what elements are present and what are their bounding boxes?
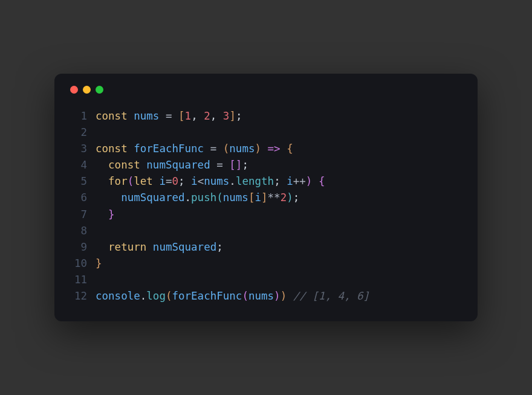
line-content: console.log(forEachFunc(nums)) // [1, 4,… <box>96 288 369 304</box>
code-line: 2 <box>69 124 463 141</box>
line-content: } <box>96 207 115 223</box>
line-number: 4 <box>69 157 87 173</box>
code-line: 8 <box>69 223 463 239</box>
line-content: } <box>96 255 102 272</box>
code-line: 9 return numSquared; <box>69 239 463 255</box>
line-content: return numSquared; <box>96 239 223 255</box>
code-line: 4 const numSquared = []; <box>69 157 463 173</box>
window-controls <box>70 86 463 94</box>
line-content <box>96 272 102 288</box>
line-number: 12 <box>69 288 87 304</box>
line-number: 1 <box>69 108 87 124</box>
line-content: const forEachFunc = (nums) => { <box>96 141 293 157</box>
maximize-icon[interactable] <box>96 86 103 94</box>
line-number: 3 <box>69 141 87 157</box>
code-line: 11 <box>69 272 463 288</box>
code-line: 5 for(let i=0; i<nums.length; i++) { <box>69 173 463 190</box>
line-content: const nums = [1, 2, 3]; <box>96 108 242 124</box>
line-number: 2 <box>69 124 87 141</box>
line-content: numSquared.push(nums[i]**2); <box>96 190 299 206</box>
line-content: for(let i=0; i<nums.length; i++) { <box>96 173 325 190</box>
line-content: const numSquared = []; <box>96 157 248 173</box>
line-number: 10 <box>69 255 87 272</box>
line-number: 5 <box>69 173 87 190</box>
line-content <box>96 124 102 141</box>
code-line: 1const nums = [1, 2, 3]; <box>69 108 463 124</box>
code-line: 3const forEachFunc = (nums) => { <box>69 141 463 157</box>
code-window: 1const nums = [1, 2, 3];2 3const forEach… <box>54 74 478 322</box>
code-line: 10} <box>69 255 463 272</box>
minimize-icon[interactable] <box>83 86 91 94</box>
close-icon[interactable] <box>70 86 78 94</box>
code-block: 1const nums = [1, 2, 3];2 3const forEach… <box>69 108 463 305</box>
line-content <box>96 223 102 239</box>
line-number: 6 <box>69 190 87 206</box>
code-line: 12console.log(forEachFunc(nums)) // [1, … <box>69 288 463 304</box>
line-number: 11 <box>69 272 87 288</box>
line-number: 9 <box>69 239 87 255</box>
code-line: 6 numSquared.push(nums[i]**2); <box>69 190 463 206</box>
code-line: 7 } <box>69 207 463 223</box>
line-number: 8 <box>69 223 87 239</box>
line-number: 7 <box>69 207 87 223</box>
